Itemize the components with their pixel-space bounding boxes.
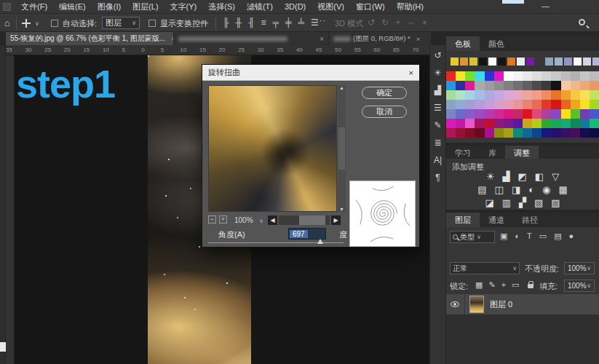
swatch[interactable]	[513, 109, 523, 119]
dialog-title-bar[interactable]: 旋转扭曲 ×	[202, 65, 419, 81]
swatch[interactable]	[532, 81, 542, 90]
swatch[interactable]	[456, 100, 465, 109]
layer-filter-icon[interactable]: ▣	[500, 232, 507, 241]
swatch[interactable]	[456, 128, 465, 138]
adjustment-icon[interactable]: ◫	[495, 184, 504, 195]
lock-option-icon[interactable]: ▭	[512, 280, 519, 290]
opacity-dropdown[interactable]: 100%∨	[564, 262, 595, 274]
swatch[interactable]	[571, 81, 580, 90]
3d-mode-icon[interactable]: ↺	[368, 17, 375, 28]
align-icon[interactable]: ╢	[248, 17, 255, 28]
angle-input[interactable]: 697	[288, 228, 326, 240]
swatch[interactable]	[542, 109, 551, 119]
chevron-down-icon[interactable]: ∨	[259, 218, 263, 224]
swatch[interactable]	[446, 90, 456, 100]
adjustment-icon[interactable]: ☀	[486, 171, 495, 182]
angle-slider-thumb[interactable]	[317, 239, 323, 244]
ok-button[interactable]: 确定	[362, 87, 407, 99]
filter-preview[interactable]	[208, 85, 337, 212]
adjustment-icon[interactable]: ◪	[485, 197, 493, 208]
swatch[interactable]	[504, 71, 513, 81]
swatch[interactable]	[465, 119, 475, 128]
swatch[interactable]	[494, 119, 504, 128]
scroll-up-icon[interactable]: ▲	[339, 85, 344, 90]
swatch[interactable]	[580, 90, 590, 100]
move-tool-icon[interactable]	[22, 19, 31, 28]
zoom-out-button[interactable]: −	[208, 215, 216, 223]
swatch[interactable]	[465, 109, 475, 119]
swatch[interactable]	[485, 90, 494, 100]
3d-mode-icon[interactable]: ↻	[381, 17, 389, 28]
preview-vertical-scrollbar[interactable]: ▲ ▼	[338, 85, 346, 212]
swatch[interactable]	[446, 128, 456, 138]
swatch[interactable]	[523, 119, 532, 128]
swatch[interactable]	[504, 119, 513, 128]
scroll-right-button[interactable]: ▶	[331, 215, 341, 225]
align-icon[interactable]: ╧	[298, 17, 305, 28]
swatch[interactable]	[513, 71, 523, 81]
swatch[interactable]	[580, 109, 590, 119]
minimize-button[interactable]: —	[537, 0, 554, 12]
swatch[interactable]	[465, 81, 475, 90]
document-tab-active[interactable]: 55-恢复的.jpg @ 66.7% (色彩平衡 1, 图层蒙版...×	[6, 32, 173, 45]
swatch[interactable]	[485, 119, 494, 128]
swatch[interactable]	[551, 81, 560, 90]
swatch[interactable]	[523, 90, 532, 100]
swatch[interactable]	[456, 119, 465, 128]
swatch[interactable]	[542, 90, 551, 100]
swatch[interactable]	[513, 100, 523, 109]
close-icon[interactable]: ×	[409, 68, 413, 77]
swatch[interactable]	[580, 81, 590, 90]
swatch[interactable]	[475, 100, 484, 109]
adjustment-icon[interactable]: ▧	[534, 197, 543, 208]
swatch[interactable]	[542, 71, 551, 81]
swatch[interactable]	[446, 100, 456, 109]
swatch[interactable]	[494, 128, 504, 138]
tab-paths[interactable]: 路径	[513, 213, 547, 227]
swatch[interactable]	[551, 90, 560, 100]
adjustment-icon[interactable]: ▞	[519, 197, 526, 208]
lock-all-icon[interactable]	[528, 284, 533, 288]
recent-swatch[interactable]	[545, 58, 553, 66]
adjustment-icon[interactable]: ▥	[502, 197, 511, 208]
swatch[interactable]	[446, 81, 456, 90]
tab-color[interactable]: 颜色	[480, 36, 513, 51]
tab-libraries[interactable]: 库	[480, 146, 505, 159]
swatch[interactable]	[475, 128, 484, 138]
swatch[interactable]	[542, 119, 551, 128]
swatch[interactable]	[446, 71, 456, 81]
swatch[interactable]	[513, 128, 523, 138]
swatch[interactable]	[475, 81, 484, 90]
panel-icon[interactable]: ☰	[434, 100, 442, 118]
swatch[interactable]	[456, 71, 465, 81]
tab-swatches[interactable]: 色板	[446, 36, 480, 51]
swatch[interactable]	[532, 128, 542, 138]
show-transform-checkbox[interactable]	[148, 20, 156, 27]
scroll-left-button[interactable]: ◀	[268, 215, 277, 225]
more-options-icon[interactable]: ···	[316, 16, 326, 25]
recent-swatch[interactable]	[583, 58, 591, 66]
swatch[interactable]	[523, 71, 532, 81]
swatch[interactable]	[504, 90, 513, 100]
swatch[interactable]	[456, 81, 465, 90]
tab-layers[interactable]: 图层	[446, 213, 480, 227]
swatch[interactable]	[504, 81, 513, 90]
swatch[interactable]	[504, 128, 513, 138]
recent-swatch[interactable]	[592, 58, 599, 66]
swatch[interactable]	[542, 81, 551, 90]
layer-filter-dropdown[interactable]: 类型 ∨	[450, 231, 495, 243]
close-icon[interactable]: ×	[320, 35, 324, 43]
swatch[interactable]	[456, 109, 465, 119]
swatch[interactable]	[532, 119, 542, 128]
swatch[interactable]	[542, 128, 551, 138]
recent-swatch[interactable]	[460, 58, 468, 66]
align-icon[interactable]: ╟	[223, 17, 229, 28]
swatch[interactable]	[532, 71, 542, 81]
menu-item[interactable]: 3D(D)	[279, 0, 312, 13]
align-icon[interactable]: ╪	[285, 17, 292, 28]
adjustment-icon[interactable]: ▦	[558, 184, 567, 195]
swatch[interactable]	[561, 90, 571, 100]
layer-filter-icon[interactable]: ●	[569, 232, 574, 241]
align-icon[interactable]: ≡	[261, 17, 266, 28]
swatch[interactable]	[504, 109, 513, 119]
